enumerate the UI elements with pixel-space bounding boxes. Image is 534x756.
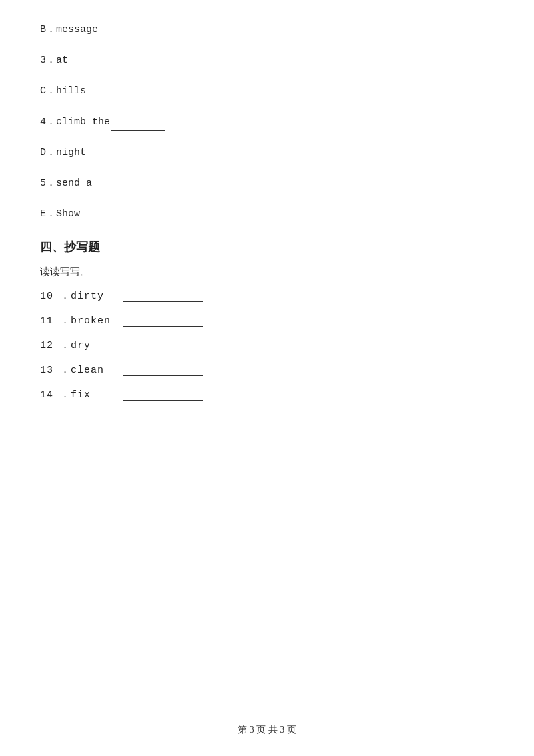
b-option: B．message (40, 20, 494, 39)
item-3: 3．at (40, 51, 494, 69)
copy-item-14: 14 ．fix (40, 388, 494, 401)
copy-item-12: 12 ．dry (40, 339, 494, 351)
d-option: D．night (40, 143, 494, 162)
copy-blank-14[interactable] (123, 400, 203, 401)
copy-item-13: 13 ．clean (40, 363, 494, 376)
copy-blank-10[interactable] (123, 301, 203, 302)
blank-5[interactable] (93, 192, 137, 192)
item-5: 5．send a (40, 174, 494, 192)
blank-3[interactable] (69, 69, 113, 69)
copy-item-11: 11 ．broken (40, 314, 494, 327)
item-4: 4．climb the (40, 112, 494, 131)
copy-blank-12[interactable] (123, 351, 203, 351)
page-footer: 第 3 页 共 3 页 (0, 724, 534, 736)
copy-blank-13[interactable] (123, 375, 203, 376)
blank-4[interactable] (111, 130, 165, 131)
c-option: C．hills (40, 81, 494, 100)
copy-item-10: 10 ．dirty (40, 289, 494, 302)
section4-instruction: 读读写写。 (40, 266, 494, 278)
e-option: E．Show (40, 204, 494, 223)
section4-title: 四、抄写题 (40, 239, 494, 255)
copy-blank-11[interactable] (123, 326, 203, 327)
